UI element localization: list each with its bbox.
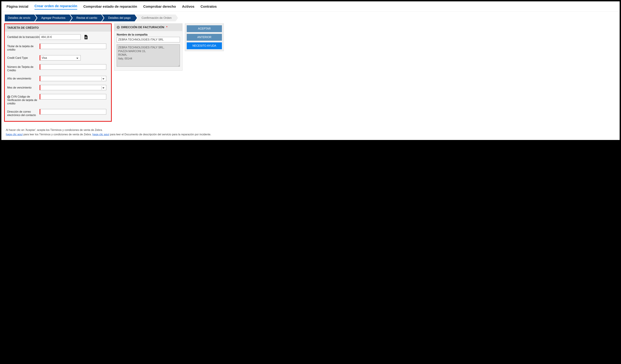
required-star: * bbox=[166, 26, 167, 29]
credit-card-panel: TARJETA DE CRÉDITO Cantidad de la transa… bbox=[4, 23, 112, 122]
step-confirmation: Confirmación de Orden bbox=[135, 15, 176, 21]
footer-text-frag2: para leer el Documento de descripción de… bbox=[109, 133, 211, 136]
card-type-label: Credit Card Type bbox=[7, 55, 40, 60]
amount-label: Cantidad de la transacción bbox=[7, 34, 40, 39]
footer-line2: haga clic aquí para leer los Términos y … bbox=[6, 132, 615, 137]
cvn-label-text: CVN Código de Verificación de tarjeta de… bbox=[7, 95, 37, 105]
billing-panel: i DIRECCIÓN DE FACTURACIÓN * Nombre de l… bbox=[114, 23, 182, 70]
exp-year-select[interactable] bbox=[40, 76, 106, 81]
accept-button[interactable]: ACEPTAR bbox=[187, 25, 222, 32]
footer-line1: Al hacer clic en 'Aceptar', acepta los T… bbox=[6, 128, 615, 132]
step-products[interactable]: Agregar Productos bbox=[35, 15, 69, 21]
service-doc-link[interactable]: haga clic aquí bbox=[92, 133, 109, 136]
billing-body: Nombre de la compañía ZEBRA TECHNOLOGIES… bbox=[114, 31, 182, 70]
amount-input bbox=[40, 34, 81, 40]
company-name-label: Nombre de la compañía bbox=[117, 33, 180, 36]
card-number-label: Número de Tarjeta de Crédito bbox=[7, 64, 40, 72]
company-name-input bbox=[117, 37, 180, 42]
billing-header-text: DIRECCIÓN DE FACTURACIÓN bbox=[121, 26, 164, 29]
svg-rect-0 bbox=[85, 37, 87, 37]
card-number-input[interactable] bbox=[40, 64, 106, 70]
terms-link[interactable]: haga clic aquí bbox=[6, 133, 23, 136]
billing-address-textarea: ZEBRA TECHNOLOGIES ITALY SRL, PIAZZA MAR… bbox=[117, 44, 180, 67]
svg-rect-1 bbox=[85, 37, 87, 38]
credit-card-header: TARJETA DE CRÉDITO bbox=[5, 24, 111, 32]
progress-steps: Detalles de envío Agregar Productos Revi… bbox=[3, 15, 618, 21]
exp-year-label: Año de vencimiento bbox=[7, 76, 40, 80]
svg-rect-2 bbox=[85, 38, 87, 38]
cvn-input[interactable] bbox=[40, 94, 106, 100]
cardholder-input[interactable] bbox=[40, 44, 106, 49]
document-icon[interactable] bbox=[84, 35, 88, 39]
exp-month-select[interactable] bbox=[40, 85, 106, 90]
previous-button[interactable]: ANTERIOR bbox=[187, 34, 222, 41]
nav-home[interactable]: Página inicial bbox=[6, 5, 28, 10]
card-type-select[interactable]: Visa bbox=[40, 55, 81, 60]
main-layout: TARJETA DE CRÉDITO Cantidad de la transa… bbox=[3, 23, 618, 122]
nav-check-entitlement[interactable]: Comprobar derecho bbox=[143, 5, 176, 10]
action-panel: ACEPTAR ANTERIOR NECESITO AYUDA bbox=[185, 23, 224, 51]
nav-assets[interactable]: Activos bbox=[182, 5, 194, 10]
footer-text-frag1: para leer los Términos y condiciones de … bbox=[23, 133, 92, 136]
billing-header: i DIRECCIÓN DE FACTURACIÓN * bbox=[114, 24, 182, 31]
step-shipping[interactable]: Detalles de envío bbox=[5, 15, 34, 21]
contact-email-input[interactable] bbox=[40, 109, 106, 115]
nav-check-status[interactable]: Comprobar estado de reparación bbox=[83, 5, 137, 10]
cardholder-label: Titular de la tarjeta de crédito bbox=[7, 44, 40, 52]
help-button[interactable]: NECESITO AYUDA bbox=[187, 42, 222, 49]
credit-card-body: Cantidad de la transacción Titular bbox=[5, 32, 111, 121]
info-icon[interactable]: i bbox=[7, 95, 10, 98]
info-icon[interactable]: i bbox=[117, 26, 120, 29]
step-payment[interactable]: Detalles del pago bbox=[102, 15, 135, 21]
nav-create-order[interactable]: Crear orden de reparación bbox=[34, 4, 77, 10]
nav-contracts[interactable]: Contratos bbox=[201, 5, 217, 10]
footer-text: Al hacer clic en 'Aceptar', acepta los T… bbox=[3, 128, 618, 137]
page-frame: Página inicial Crear orden de reparación… bbox=[1, 1, 620, 140]
exp-month-label: Mes de vencimiento bbox=[7, 85, 40, 89]
contact-email-label: Dirección de correo electrónico del cont… bbox=[7, 109, 40, 117]
step-review[interactable]: Revise el carrito bbox=[70, 15, 101, 21]
cvn-label: i CVN Código de Verificación de tarjeta … bbox=[7, 94, 40, 105]
top-nav: Página inicial Crear orden de reparación… bbox=[3, 2, 618, 11]
